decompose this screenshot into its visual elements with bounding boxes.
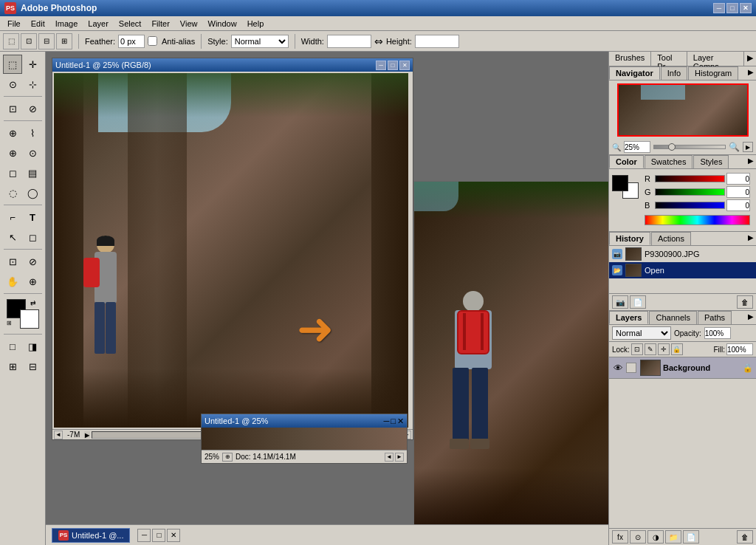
menu-file[interactable]: File: [3, 18, 25, 30]
tab-layer-comps[interactable]: Layer Comps: [687, 52, 744, 66]
tab-histogram[interactable]: Histogram: [688, 66, 738, 80]
feather-input[interactable]: [118, 35, 145, 48]
menu-filter[interactable]: Filter: [147, 18, 173, 30]
layer-item-background[interactable]: 👁 Background 🔒: [609, 357, 756, 379]
nav-menu-btn[interactable]: ▶: [743, 142, 753, 152]
background-color[interactable]: [20, 309, 39, 329]
history-options-btn[interactable]: ▶: [746, 232, 756, 242]
screen-mode-btn[interactable]: ⊞: [3, 357, 22, 376]
tab-actions[interactable]: Actions: [651, 232, 691, 245]
history-item-image[interactable]: 📷 P9300900.JPG: [609, 246, 756, 262]
tab-navigator[interactable]: Navigator: [609, 66, 660, 80]
anti-alias-checkbox[interactable]: [148, 36, 157, 46]
doc-window-controls[interactable]: ─ □ ✕: [376, 61, 410, 70]
clone-tool[interactable]: ⊕: [3, 143, 22, 162]
color-swap-button[interactable]: ⇄: [30, 299, 39, 308]
fill-input[interactable]: [726, 343, 753, 355]
doc2-close-btn[interactable]: ✕: [397, 417, 404, 426]
move-tool[interactable]: ✛: [23, 55, 42, 74]
width-input[interactable]: [327, 35, 371, 48]
doc2-zoom-btn[interactable]: ⊕: [222, 453, 233, 462]
color-reset-button[interactable]: ⊞: [7, 320, 16, 329]
magic-wand-tool[interactable]: ⊹: [23, 75, 42, 94]
layer-new-btn[interactable]: 📄: [683, 530, 699, 544]
brush-tool[interactable]: ⌇: [23, 123, 42, 143]
eraser-tool[interactable]: ◻: [3, 163, 22, 182]
menu-help[interactable]: Help: [243, 18, 269, 30]
restore-button[interactable]: □: [726, 3, 738, 13]
path-selection-tool[interactable]: ↖: [3, 227, 22, 247]
tool-mode-btn1[interactable]: ⬚: [3, 33, 19, 49]
lasso-tool[interactable]: ⊙: [3, 75, 22, 94]
tool-mode-btn3[interactable]: ⊟: [38, 33, 55, 49]
close-button[interactable]: ✕: [740, 3, 752, 13]
full-screen-btn[interactable]: ⊟: [23, 357, 42, 376]
standard-mode-btn[interactable]: □: [3, 337, 22, 356]
doc-minimize-btn[interactable]: ─: [376, 61, 386, 70]
blur-tool[interactable]: ◌: [3, 183, 22, 202]
tab-channels[interactable]: Channels: [649, 311, 696, 324]
tab-layers[interactable]: Layers: [609, 311, 648, 324]
opacity-input[interactable]: [704, 327, 731, 339]
layer-visibility-btn[interactable]: 👁: [612, 362, 624, 374]
doc2-scroll-controls[interactable]: ◄ ►: [385, 453, 404, 462]
height-input[interactable]: [415, 35, 459, 48]
menu-edit[interactable]: Edit: [27, 18, 49, 30]
menu-layer[interactable]: Layer: [83, 18, 113, 30]
taskbar-win-controls[interactable]: ─ □ ✕: [137, 529, 180, 542]
layer-styles-btn[interactable]: fx: [612, 530, 628, 544]
history-snapshot-btn[interactable]: 📷: [612, 295, 628, 309]
navigator-options-btn[interactable]: ▶: [746, 66, 756, 77]
scroll-left-btn[interactable]: ◄: [54, 431, 63, 439]
taskbar-close-btn[interactable]: ✕: [167, 529, 180, 542]
tab-paths[interactable]: Paths: [698, 311, 732, 324]
quick-mask-btn[interactable]: ◨: [23, 337, 42, 356]
gradient-tool[interactable]: ▤: [23, 163, 42, 182]
color-spectrum[interactable]: [645, 215, 750, 225]
r-value-input[interactable]: [726, 173, 750, 185]
marquee-tool[interactable]: ⬚: [3, 55, 22, 74]
layer-mask-btn[interactable]: ⊙: [630, 530, 646, 544]
style-select[interactable]: Normal Fixed Ratio Fixed Size: [231, 35, 289, 48]
g-slider[interactable]: [655, 188, 725, 196]
dodge-tool[interactable]: ◯: [23, 183, 42, 202]
pen-tool[interactable]: ⌐: [3, 208, 22, 227]
layers-options-btn[interactable]: ▶: [746, 311, 756, 321]
slice-tool[interactable]: ⊘: [23, 99, 42, 118]
tab-tool-presets[interactable]: Tool Pr: [651, 52, 687, 66]
layer-delete-btn[interactable]: 🗑: [737, 530, 753, 544]
menu-select[interactable]: Select: [114, 18, 146, 30]
minimize-button[interactable]: ─: [713, 3, 725, 13]
history-item-open[interactable]: 📂 Open: [609, 262, 756, 278]
zoom-tool[interactable]: ⊕: [23, 272, 42, 291]
tab-history[interactable]: History: [609, 232, 650, 245]
tab-info[interactable]: Info: [661, 66, 687, 80]
taskbar-item[interactable]: PS Untitled-1 @...: [52, 528, 130, 543]
healing-tool[interactable]: ⊕: [3, 123, 22, 143]
history-brush-tool[interactable]: ⊙: [23, 143, 42, 162]
swap-icon[interactable]: ⇔: [374, 35, 383, 47]
color-fg-swatch-mini[interactable]: [612, 175, 628, 191]
crop-tool[interactable]: ⊡: [3, 99, 22, 118]
nav-slider-thumb[interactable]: [668, 143, 676, 151]
r-slider[interactable]: [655, 175, 725, 182]
b-slider[interactable]: [655, 202, 725, 209]
lock-position-btn[interactable]: ✛: [658, 343, 670, 355]
doc2-restore-btn[interactable]: □: [391, 417, 396, 426]
right-panel-menu-btn[interactable]: ▶: [744, 52, 756, 66]
tool-mode-btn2[interactable]: ⊡: [21, 33, 37, 49]
history-delete-btn[interactable]: 🗑: [737, 295, 753, 309]
tool-mode-btn4[interactable]: ⊞: [56, 33, 72, 49]
menu-image[interactable]: Image: [51, 18, 83, 30]
g-value-input[interactable]: [726, 186, 750, 198]
layer-group-btn[interactable]: 📁: [665, 530, 681, 544]
doc2-scroll-right[interactable]: ►: [395, 453, 404, 462]
nav-zoom-input[interactable]: [624, 141, 650, 153]
doc-restore-btn[interactable]: □: [388, 61, 398, 70]
doc-close-btn[interactable]: ✕: [399, 61, 410, 70]
tab-styles[interactable]: Styles: [693, 155, 729, 168]
color-options-btn[interactable]: ▶: [746, 155, 756, 165]
doc2-controls[interactable]: ─ □ ✕: [384, 417, 404, 426]
lock-transparent-btn[interactable]: ⊡: [631, 343, 643, 355]
window-controls[interactable]: ─ □ ✕: [713, 3, 752, 13]
